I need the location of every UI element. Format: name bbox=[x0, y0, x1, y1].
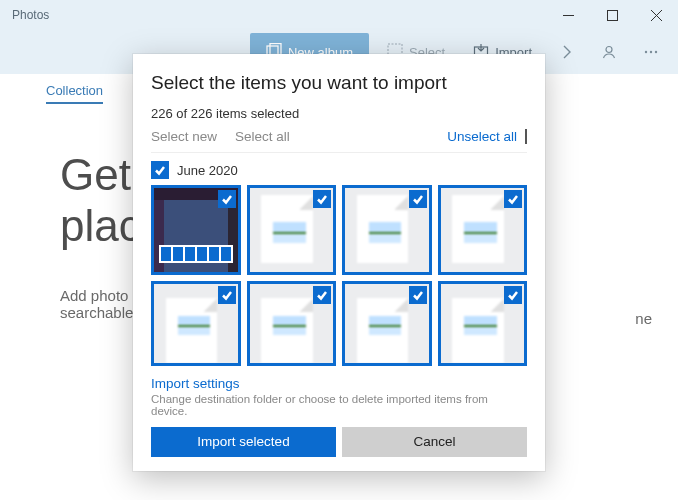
more-icon[interactable] bbox=[634, 35, 668, 69]
thumbnail-item[interactable] bbox=[247, 281, 337, 366]
thumbnail-item[interactable] bbox=[151, 281, 241, 366]
app-title: Photos bbox=[12, 8, 546, 22]
selection-count: 226 of 226 items selected bbox=[151, 106, 527, 121]
close-button[interactable] bbox=[634, 0, 678, 30]
selected-check-icon bbox=[504, 190, 522, 208]
selected-check-icon bbox=[409, 190, 427, 208]
unselect-all-link[interactable]: Unselect all bbox=[447, 129, 527, 144]
hero-desc2: searchable bbox=[60, 304, 133, 321]
import-selected-button[interactable]: Import selected bbox=[151, 427, 336, 457]
window-controls bbox=[546, 0, 678, 30]
date-group-header[interactable]: June 2020 bbox=[151, 161, 527, 179]
selected-check-icon bbox=[313, 286, 331, 304]
dialog-title: Select the items you want to import bbox=[151, 72, 527, 94]
thumbnail-grid-row2 bbox=[151, 281, 527, 366]
import-settings: Import settings Change destination folde… bbox=[151, 376, 527, 417]
thumbnail-item[interactable] bbox=[438, 281, 528, 366]
svg-rect-5 bbox=[270, 43, 281, 54]
selected-check-icon bbox=[218, 190, 236, 208]
thumbnail-item[interactable] bbox=[438, 185, 528, 275]
titlebar: Photos bbox=[0, 0, 678, 30]
import-dialog: Select the items you want to import 226 … bbox=[133, 54, 545, 471]
import-settings-link[interactable]: Import settings bbox=[151, 376, 527, 391]
select-all-link[interactable]: Select all bbox=[235, 129, 290, 144]
thumbnail-item[interactable] bbox=[151, 185, 241, 275]
minimize-button[interactable] bbox=[546, 0, 590, 30]
hero-right-fragment: ne bbox=[635, 310, 652, 327]
import-settings-sub: Change destination folder or choose to d… bbox=[151, 393, 527, 417]
selected-check-icon bbox=[218, 286, 236, 304]
selected-check-icon bbox=[409, 286, 427, 304]
account-icon[interactable] bbox=[592, 35, 626, 69]
thumbnail-item[interactable] bbox=[342, 281, 432, 366]
thumbnail-item[interactable] bbox=[247, 185, 337, 275]
group-label: June 2020 bbox=[177, 163, 238, 178]
hero-desc1: Add photo bbox=[60, 287, 128, 304]
cancel-button[interactable]: Cancel bbox=[342, 427, 527, 457]
maximize-button[interactable] bbox=[590, 0, 634, 30]
thumbnail-item[interactable] bbox=[342, 185, 432, 275]
svg-point-8 bbox=[606, 47, 612, 53]
select-new-link[interactable]: Select new bbox=[151, 129, 217, 144]
check-icon bbox=[154, 164, 166, 176]
selection-controls-row: Select new Select all Unselect all bbox=[151, 129, 527, 153]
selected-check-icon bbox=[313, 190, 331, 208]
chevron-right-icon[interactable] bbox=[550, 35, 584, 69]
tab-collection[interactable]: Collection bbox=[46, 79, 103, 104]
svg-point-9 bbox=[645, 51, 647, 53]
selected-check-icon bbox=[504, 286, 522, 304]
dialog-actions: Import selected Cancel bbox=[151, 427, 527, 457]
group-checkbox[interactable] bbox=[151, 161, 169, 179]
svg-point-11 bbox=[655, 51, 657, 53]
thumbnail-grid bbox=[151, 185, 527, 275]
svg-rect-1 bbox=[607, 10, 617, 20]
svg-point-10 bbox=[650, 51, 652, 53]
